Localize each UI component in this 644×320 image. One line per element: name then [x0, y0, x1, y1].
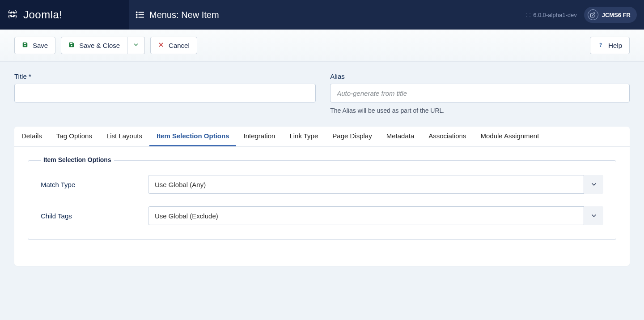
tab-item-selection-options[interactable]: Item Selection Options [149, 127, 237, 146]
match-type-select[interactable] [148, 175, 603, 194]
tab-link-type[interactable]: Link Type [282, 127, 325, 146]
match-type-value[interactable] [148, 175, 603, 194]
site-badge[interactable]: JCMS6 FR [584, 7, 637, 23]
alias-input[interactable] [330, 84, 630, 102]
svg-point-4 [136, 14, 137, 15]
svg-point-5 [136, 17, 137, 17]
title-input[interactable] [14, 84, 316, 102]
tab-details[interactable]: Details [14, 127, 49, 146]
title-field-block: Title * [14, 73, 316, 114]
site-badge-label: JCMS6 FR [602, 12, 631, 18]
child-tags-select[interactable] [148, 206, 603, 225]
svg-point-9 [601, 46, 601, 47]
tab-list-layouts[interactable]: List Layouts [99, 127, 149, 146]
help-icon [597, 42, 604, 49]
tab-card: DetailsTag OptionsList LayoutsItem Selec… [14, 127, 630, 266]
list-icon [135, 10, 145, 20]
chevron-down-icon [133, 42, 139, 49]
save-close-dropdown-button[interactable] [127, 37, 145, 54]
tab-metadata[interactable]: Metadata [379, 127, 422, 146]
child-tags-row: Child Tags [41, 206, 603, 225]
match-type-row: Match Type [41, 175, 603, 194]
title-alias-row: Title * Alias The Alias will be used as … [14, 73, 630, 114]
svg-line-6 [593, 13, 595, 15]
top-header: Joomla! Menus: New Item 6.0.0-alpha1-dev… [0, 0, 644, 30]
alias-label: Alias [330, 73, 630, 80]
version-text: 6.0.0-alpha1-dev [533, 12, 577, 18]
alias-help-text: The Alias will be used as part of the UR… [330, 107, 630, 114]
external-link-icon [588, 9, 598, 20]
tab-tag-options[interactable]: Tag Options [49, 127, 99, 146]
tab-associations[interactable]: Associations [421, 127, 473, 146]
chevron-down-icon [584, 175, 603, 194]
save-close-group: Save & Close [61, 37, 145, 54]
match-type-label: Match Type [41, 181, 148, 188]
tab-integration[interactable]: Integration [236, 127, 282, 146]
save-close-button-label: Save & Close [79, 42, 120, 49]
header-title-block: Menus: New Item [129, 0, 525, 30]
fieldset-legend: Item Selection Options [41, 156, 114, 163]
save-icon [68, 42, 75, 49]
help-button-label: Help [608, 42, 622, 49]
logo-block: Joomla! [0, 0, 129, 30]
tab-bar: DetailsTag OptionsList LayoutsItem Selec… [14, 127, 630, 147]
main-content: Title * Alias The Alias will be used as … [0, 62, 644, 277]
header-right: 6.0.0-alpha1-dev JCMS6 FR [525, 0, 644, 30]
svg-point-3 [136, 12, 137, 13]
action-toolbar: Save Save & Close Cancel Help [0, 30, 644, 62]
chevron-down-icon [584, 206, 603, 225]
save-icon [22, 42, 28, 49]
logo-text: Joomla! [23, 9, 63, 21]
cancel-button-label: Cancel [169, 42, 190, 49]
save-button[interactable]: Save [14, 37, 55, 54]
tab-module-assignment[interactable]: Module Assignment [473, 127, 546, 146]
joomla-logo-icon [6, 8, 19, 22]
version-indicator[interactable]: 6.0.0-alpha1-dev [525, 12, 577, 18]
alias-field-block: Alias The Alias will be used as part of … [330, 73, 630, 114]
close-icon [158, 42, 164, 49]
page-title: Menus: New Item [149, 10, 219, 20]
save-close-button[interactable]: Save & Close [61, 37, 127, 54]
save-button-label: Save [33, 42, 48, 49]
child-tags-label: Child Tags [41, 212, 148, 220]
tab-page-display[interactable]: Page Display [325, 127, 379, 146]
title-label: Title * [14, 73, 316, 80]
cancel-button[interactable]: Cancel [150, 37, 197, 54]
item-selection-options-fieldset: Item Selection Options Match Type Child … [28, 160, 616, 240]
help-button[interactable]: Help [590, 37, 630, 54]
child-tags-value[interactable] [148, 206, 603, 225]
